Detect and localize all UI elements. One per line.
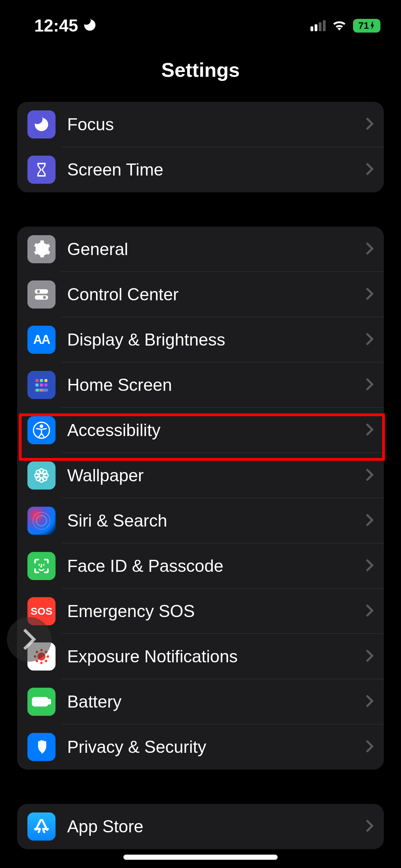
svg-rect-8: [40, 384, 43, 387]
app-store-icon: [27, 812, 56, 841]
settings-row-control-center[interactable]: Control Center: [17, 272, 384, 317]
settings-row-wallpaper[interactable]: Wallpaper: [17, 453, 384, 498]
wallpaper-icon: [27, 461, 56, 490]
svg-point-1: [37, 290, 40, 293]
row-label: Battery: [67, 692, 365, 712]
chevron-right-icon: [365, 819, 374, 834]
settings-group-main: General Control Center AA Display & Brig…: [17, 227, 384, 770]
settings-row-emergency-sos[interactable]: SOS Emergency SOS: [17, 589, 384, 634]
battery-indicator: 71: [353, 19, 380, 33]
control-center-icon: [27, 280, 56, 309]
settings-row-app-store[interactable]: App Store: [17, 804, 384, 849]
home-indicator[interactable]: [123, 855, 278, 860]
svg-rect-9: [45, 384, 48, 387]
wifi-icon: [332, 20, 347, 32]
svg-rect-37: [48, 700, 50, 704]
chevron-right-icon: [365, 513, 374, 528]
battery-percent: 71: [358, 20, 369, 31]
svg-point-31: [47, 655, 49, 658]
svg-rect-11: [36, 389, 39, 391]
chevron-right-icon: [365, 649, 374, 664]
svg-rect-4: [36, 379, 39, 382]
svg-point-15: [40, 425, 43, 427]
chevron-right-icon: [365, 423, 374, 438]
svg-point-3: [43, 296, 46, 299]
status-left: 12:45: [34, 16, 97, 36]
assistive-touch-button[interactable]: [7, 617, 51, 662]
row-label: Emergency SOS: [67, 601, 365, 621]
display-brightness-icon: AA: [27, 326, 56, 354]
settings-row-siri-search[interactable]: Siri & Search: [17, 498, 384, 543]
settings-row-faceid-passcode[interactable]: Face ID & Passcode: [17, 543, 384, 589]
row-label: Control Center: [67, 285, 365, 304]
home-screen-icon: [27, 371, 56, 399]
svg-rect-0: [35, 289, 48, 294]
page-header: Settings: [0, 48, 401, 102]
accessibility-icon: [27, 416, 56, 444]
svg-point-29: [40, 662, 43, 664]
chevron-right-icon: [365, 604, 374, 619]
row-label: Accessibility: [67, 420, 365, 440]
chevron-right-icon: [365, 694, 374, 709]
chevron-right-icon: [365, 162, 374, 177]
chevron-right-icon: [365, 468, 374, 483]
svg-rect-6: [45, 379, 48, 382]
chevron-right-icon: [365, 117, 374, 132]
row-label: Wallpaper: [67, 466, 365, 485]
svg-rect-2: [35, 295, 48, 300]
privacy-security-icon: [27, 733, 56, 761]
chevron-right-icon: [365, 242, 374, 257]
settings-row-focus[interactable]: Focus: [17, 102, 384, 147]
svg-rect-38: [34, 699, 46, 704]
dnd-moon-icon: [82, 17, 97, 34]
settings-row-home-screen[interactable]: Home Screen: [17, 362, 384, 408]
chevron-right-icon: [365, 739, 374, 755]
chevron-right-icon: [365, 377, 374, 393]
settings-row-privacy-security[interactable]: Privacy & Security: [17, 724, 384, 770]
chevron-right-icon: [365, 287, 374, 302]
row-label: App Store: [67, 817, 365, 836]
sos-text: SOS: [31, 605, 52, 617]
row-label: Focus: [67, 114, 365, 134]
svg-rect-13: [45, 389, 47, 391]
aa-text: AA: [33, 333, 50, 347]
settings-row-display-brightness[interactable]: AA Display & Brightness: [17, 317, 384, 362]
row-label: Siri & Search: [67, 511, 365, 531]
screen-time-icon: [27, 156, 56, 184]
svg-rect-7: [36, 384, 39, 387]
page-title: Settings: [0, 58, 401, 81]
settings-row-screen-time[interactable]: Screen Time: [17, 147, 384, 192]
svg-point-25: [33, 512, 50, 529]
row-label: Home Screen: [67, 375, 365, 395]
status-bar: 12:45 71: [0, 0, 401, 48]
settings-row-accessibility[interactable]: Accessibility: [17, 408, 384, 453]
row-label: Face ID & Passcode: [67, 556, 365, 576]
settings-row-general[interactable]: General: [17, 227, 384, 272]
settings-list: Focus Screen Time General: [0, 102, 401, 849]
row-label: Display & Brightness: [67, 330, 365, 350]
general-icon: [27, 235, 56, 263]
siri-icon: [27, 507, 56, 535]
row-label: Screen Time: [67, 160, 365, 180]
svg-point-35: [45, 660, 47, 662]
battery-icon: [27, 688, 56, 716]
chevron-right-icon: [365, 558, 374, 574]
svg-point-26: [36, 516, 47, 526]
faceid-icon: [27, 552, 56, 580]
settings-row-battery[interactable]: Battery: [17, 679, 384, 724]
status-right: 71: [311, 19, 380, 33]
settings-group-focus: Focus Screen Time: [17, 102, 384, 192]
row-label: Privacy & Security: [67, 737, 365, 757]
status-time: 12:45: [34, 16, 78, 36]
row-label: Exposure Notifications: [67, 647, 365, 666]
settings-group-store: App Store: [17, 804, 384, 849]
focus-icon: [27, 110, 56, 138]
svg-rect-12: [40, 389, 43, 391]
chevron-right-icon: [365, 332, 374, 347]
cellular-signal-icon: [311, 20, 326, 31]
settings-row-exposure-notifications[interactable]: Exposure Notifications: [17, 634, 384, 679]
svg-rect-5: [40, 379, 43, 382]
row-label: General: [67, 239, 365, 259]
